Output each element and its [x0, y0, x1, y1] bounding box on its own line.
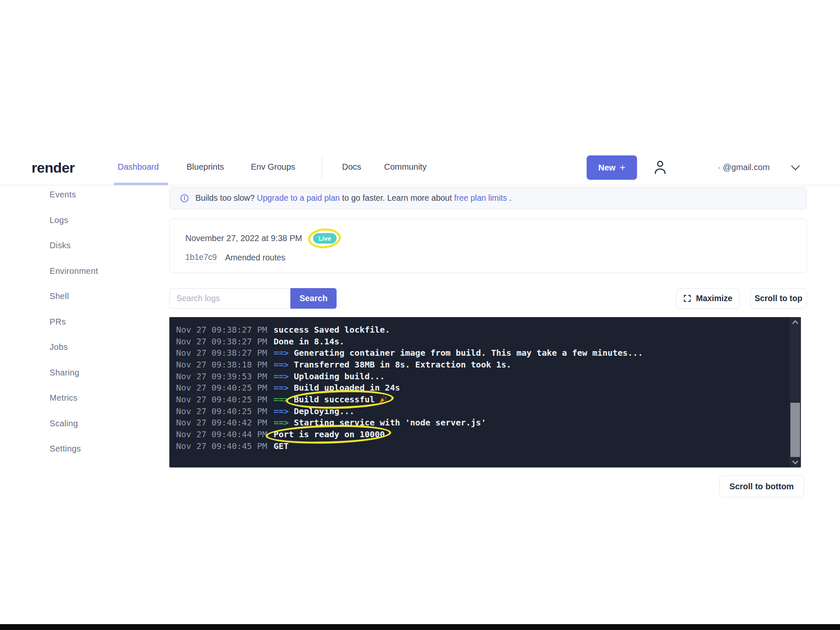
search-button[interactable]: Search — [290, 288, 337, 309]
log-message-annotation: Uploading build... — [294, 371, 385, 381]
banner-text-segment: Builds too slow? — [195, 193, 257, 202]
log-arrow: ==> — [274, 383, 289, 393]
nav-divider — [322, 157, 322, 178]
log-line: Nov 27 09:40:42 PM ==> Starting service … — [176, 417, 784, 429]
sidebar-item-disks[interactable]: Disks — [50, 241, 163, 252]
log-timestamp: Nov 27 09:38:27 PM — [176, 325, 268, 335]
bottom-edge-bar — [0, 624, 840, 630]
log-message-annotation: Build uploaded in 24s — [294, 383, 400, 393]
log-message-annotation: Deploying... — [294, 406, 355, 416]
log-message: Uploading build... — [294, 371, 385, 381]
active-tab-indicator — [114, 183, 168, 185]
log-arrow: ==> — [274, 360, 289, 370]
scroll-to-bottom-button[interactable]: Scroll to bottom — [719, 475, 804, 497]
log-arrow: ==> — [274, 348, 289, 358]
log-line: Nov 27 09:39:53 PM ==> Uploading build..… — [176, 370, 784, 382]
log-timestamp: Nov 27 09:39:53 PM — [176, 371, 268, 381]
maximize-icon — [683, 294, 691, 302]
log-message-annotation: Generating container image from build. T… — [294, 348, 643, 358]
log-arrow: ==> — [274, 371, 289, 381]
log-timestamp: Nov 27 09:40:44 PM — [176, 429, 268, 439]
log-message-annotation: success Saved lockfile. — [274, 325, 390, 335]
commit-hash-link[interactable]: 1b1e7c9 — [185, 252, 217, 263]
log-message-annotation: Transferred 38MB in 8s. Extraction took … — [294, 360, 511, 370]
log-message: Starting service with 'node server.js' — [294, 417, 486, 428]
render-logo[interactable]: render — [32, 160, 75, 176]
log-timestamp: Nov 27 09:40:25 PM — [176, 406, 268, 416]
log-message-annotation: GET — [274, 441, 289, 451]
log-message: Build uploaded in 24s — [294, 383, 400, 393]
scrollbar-up-icon[interactable] — [790, 318, 801, 326]
sidebar-item-metrics[interactable]: Metrics — [50, 393, 163, 405]
log-line: Nov 27 09:38:18 PM ==> Transferred 38MB … — [176, 359, 784, 370]
nav-link-blueprints[interactable]: Blueprints — [187, 162, 224, 172]
nav-link-docs[interactable]: Docs — [342, 162, 361, 172]
banner-text-segment: . — [509, 193, 511, 202]
user-avatar-icon[interactable] — [651, 158, 669, 176]
deploy-date: November 27, 2022 at 9:38 PM — [185, 234, 302, 243]
log-line: Nov 27 09:40:25 PM ==> Build uploaded in… — [176, 382, 784, 394]
log-message: Deploying... — [294, 406, 355, 416]
sidebar-item-shell[interactable]: Shell — [50, 291, 163, 303]
log-message: Done in 8.14s. — [274, 336, 345, 346]
search-logs-input[interactable] — [169, 288, 290, 309]
scrollbar-down-icon[interactable] — [790, 458, 801, 467]
log-message: Generating container image from build. T… — [294, 348, 643, 358]
party-popper-icon — [378, 395, 387, 404]
log-message: GET — [274, 441, 289, 451]
maximize-button[interactable]: Maximize — [676, 288, 740, 309]
info-icon — [180, 194, 189, 203]
sidebar-item-environment[interactable]: Environment — [50, 266, 163, 278]
log-timestamp: Nov 27 09:40:45 PM — [176, 441, 268, 451]
deploy-card: November 27, 2022 at 9:38 PM Live 1b1e7c… — [169, 219, 807, 273]
banner-text-segment: to go faster. Learn more about — [342, 193, 454, 202]
scrollbar-thumb[interactable] — [790, 403, 800, 457]
scroll-to-top-button[interactable]: Scroll to top — [750, 288, 807, 309]
log-timestamp: Nov 27 09:40:25 PM — [176, 383, 268, 393]
plus-icon: + — [620, 162, 625, 173]
service-sidebar: Events Logs Disks Environment Shell PRs … — [50, 190, 163, 470]
nav-link-community[interactable]: Community — [384, 162, 427, 172]
log-arrow: ==> — [274, 394, 289, 404]
log-line: Nov 27 09:38:27 PM ==> Generating contai… — [176, 347, 784, 359]
log-terminal[interactable]: Nov 27 09:38:27 PM ==> success Saved loc… — [169, 317, 801, 467]
sidebar-item-settings[interactable]: Settings — [50, 444, 163, 456]
nav-link-dashboard[interactable]: Dashboard — [118, 162, 159, 172]
log-line: Nov 27 09:38:27 PM ==> Done in 8.14s. — [176, 336, 784, 347]
log-message-annotation: Starting service with 'node server.js' — [294, 417, 486, 428]
sidebar-item-jobs[interactable]: Jobs — [50, 342, 163, 354]
log-timestamp: Nov 27 09:38:27 PM — [176, 336, 268, 346]
log-line: Nov 27 09:40:44 PM ==> Port is ready on … — [176, 428, 784, 440]
top-navbar: render Dashboard Blueprints Env Groups D… — [0, 151, 840, 185]
banner-text-segment: free plan limits — [454, 193, 507, 202]
banner-text-segment: Upgrade to a paid plan — [257, 193, 340, 202]
log-message: Build successful — [294, 394, 375, 404]
log-timestamp: Nov 27 09:38:27 PM — [176, 348, 268, 358]
log-line: Nov 27 09:40:25 PM ==> Build successful — [176, 394, 784, 405]
free-plan-banner: Builds too slow? Upgrade to a paid plan … — [169, 187, 807, 209]
account-email[interactable]: · @gmail.com — [718, 163, 770, 172]
sidebar-item-events[interactable]: Events — [50, 190, 163, 202]
log-timestamp: Nov 27 09:38:18 PM — [176, 360, 268, 370]
chevron-down-icon[interactable] — [790, 164, 801, 172]
sidebar-item-sharing[interactable]: Sharing — [50, 368, 163, 380]
log-message: Transferred 38MB in 8s. Extraction took … — [294, 360, 511, 370]
nav-link-env-groups[interactable]: Env Groups — [251, 162, 295, 172]
sidebar-item-logs[interactable]: Logs — [50, 215, 163, 227]
log-arrow: ==> — [274, 406, 289, 416]
log-message-annotation: Done in 8.14s. — [274, 336, 345, 346]
log-timestamp: Nov 27 09:40:25 PM — [176, 394, 268, 404]
terminal-scrollbar[interactable] — [790, 317, 801, 467]
live-status-badge: Live — [313, 233, 337, 244]
log-line: Nov 27 09:40:45 PM ==> GET — [176, 440, 784, 452]
log-line: Nov 27 09:40:25 PM ==> Deploying... — [176, 405, 784, 417]
sidebar-item-prs[interactable]: PRs — [50, 317, 163, 329]
log-timestamp: Nov 27 09:40:42 PM — [176, 417, 268, 428]
log-message: Port is ready on 10000 — [274, 429, 385, 439]
new-button[interactable]: New + — [587, 155, 637, 180]
log-arrow: ==> — [274, 417, 289, 428]
sidebar-item-scaling[interactable]: Scaling — [50, 419, 163, 430]
banner-text: Builds too slow? Upgrade to a paid plan … — [195, 193, 511, 203]
log-message-annotation: Build successful — [294, 394, 387, 404]
log-message: success Saved lockfile. — [274, 325, 390, 335]
